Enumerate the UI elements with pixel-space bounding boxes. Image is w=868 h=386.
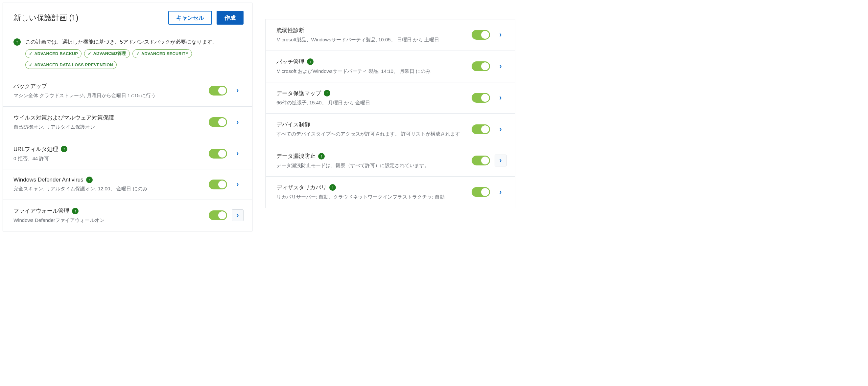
advanced-pill-row: ✓ADVANCED BACKUP ✓ADVANCED管理 ✓ADVANCED S… bbox=[25, 49, 244, 69]
toggle-switch[interactable] bbox=[472, 125, 490, 134]
feature-title: データ保護マップ↑ bbox=[276, 90, 467, 97]
advanced-icon: ↑ bbox=[329, 184, 336, 191]
feature-main: 脆弱性診断Microsoft製品、Windowsサードパーティ製品, 10:05… bbox=[276, 27, 467, 43]
feature-description: リカバリサーバー: 自動、クラウドネットワークインフラストラクチャ: 自動 bbox=[276, 193, 467, 201]
expand-chevron-icon[interactable]: › bbox=[495, 92, 506, 104]
feature-item: 脆弱性診断Microsoft製品、Windowsサードパーティ製品, 10:05… bbox=[266, 20, 515, 50]
feature-title: パッチ管理↑ bbox=[276, 58, 467, 66]
feature-main: データ保護マップ↑66件の拡張子, 15:40、 月曜日 から 金曜日 bbox=[276, 90, 467, 106]
feature-main: データ漏洩防止↑データ漏洩防止モードは、観察（すべて許可）に設定されています。 bbox=[276, 152, 467, 169]
feature-main: ウイルス対策およびマルウェア対策保護自己防御オン, リアルタイム保護オン bbox=[13, 114, 204, 131]
advanced-icon: ↑ bbox=[13, 38, 21, 46]
feature-description: マシン全体 クラウドストレージ, 月曜日から金曜日 17:15 に行う bbox=[13, 92, 204, 99]
feature-title: ウイルス対策およびマルウェア対策保護 bbox=[13, 114, 204, 121]
expand-chevron-icon[interactable]: › bbox=[232, 209, 244, 221]
feature-title: データ漏洩防止↑ bbox=[276, 152, 467, 160]
feature-item: ファイアウォール管理↑Windows Defenderファイアウォールオン› bbox=[3, 200, 252, 231]
advanced-icon: ↑ bbox=[307, 59, 314, 65]
toggle-switch[interactable] bbox=[472, 93, 490, 103]
expand-chevron-icon[interactable]: › bbox=[495, 29, 506, 41]
toggle-switch[interactable] bbox=[209, 86, 227, 96]
feature-description: データ漏洩防止モードは、観察（すべて許可）に設定されています。 bbox=[276, 162, 467, 169]
create-button[interactable]: 作成 bbox=[217, 11, 244, 25]
plan-header: 新しい保護計画 (1) キャンセル 作成 bbox=[3, 3, 252, 32]
advanced-icon: ↑ bbox=[86, 177, 93, 183]
feature-description: 0 拒否、44 許可 bbox=[13, 155, 204, 162]
toggle-switch[interactable] bbox=[209, 149, 227, 159]
feature-main: Windows Defender Antivirus↑完全スキャン, リアルタイ… bbox=[13, 177, 204, 192]
feature-main: パッチ管理↑Microsoft およびWindowsサードパーティ 製品, 14… bbox=[276, 58, 467, 75]
feature-url: URLフィルタ処理↑0 拒否、44 許可› bbox=[3, 138, 252, 169]
pill-advanced-management: ✓ADVANCED管理 bbox=[84, 49, 129, 58]
expand-chevron-icon[interactable]: › bbox=[495, 154, 506, 166]
feature-description: すべてのデバイスタイプへのアクセスが許可されます。 許可リストが構成されます bbox=[276, 130, 467, 138]
pill-advanced-security: ✓ADVANCED SECURITY bbox=[132, 49, 192, 58]
feature-item: データ保護マップ↑66件の拡張子, 15:40、 月曜日 から 金曜日› bbox=[266, 82, 515, 113]
expand-chevron-icon[interactable]: › bbox=[232, 179, 244, 190]
feature-description: Microsoft およびWindowsサードパーティ 製品, 14:10、 月… bbox=[276, 68, 467, 75]
feature-item: ディザスタリカバリ↑リカバリサーバー: 自動、クラウドネットワークインフラストラ… bbox=[266, 176, 515, 208]
expand-chevron-icon[interactable]: › bbox=[495, 124, 506, 135]
toggle-switch[interactable] bbox=[209, 210, 227, 220]
feature-windows-defender-antivirus: Windows Defender Antivirus↑完全スキャン, リアルタイ… bbox=[3, 169, 252, 200]
feature-main: デバイス制御すべてのデバイスタイプへのアクセスが許可されます。 許可リストが構成… bbox=[276, 121, 467, 138]
feature-title: URLフィルタ処理↑ bbox=[13, 145, 204, 153]
feature-main: ディザスタリカバリ↑リカバリサーバー: 自動、クラウドネットワークインフラストラ… bbox=[276, 184, 467, 201]
feature-description: 66件の拡張子, 15:40、 月曜日 から 金曜日 bbox=[276, 99, 467, 106]
feature-description: Microsoft製品、Windowsサードパーティ製品, 10:05、 日曜日… bbox=[276, 36, 467, 43]
feature-main: バックアップマシン全体 クラウドストレージ, 月曜日から金曜日 17:15 に行… bbox=[13, 82, 204, 99]
feature-item: デバイス制御すべてのデバイスタイプへのアクセスが許可されます。 許可リストが構成… bbox=[266, 113, 515, 145]
feature-title: デバイス制御 bbox=[276, 121, 467, 128]
info-text: この計画では、選択した機能に基づき、5アドバンスドパックが必要になります。 bbox=[25, 38, 244, 46]
expand-chevron-icon[interactable]: › bbox=[495, 186, 506, 198]
feature-title: 脆弱性診断 bbox=[276, 27, 467, 34]
feature-main: ファイアウォール管理↑Windows Defenderファイアウォールオン bbox=[13, 207, 204, 224]
expand-chevron-icon[interactable]: › bbox=[495, 60, 506, 72]
toggle-switch[interactable] bbox=[472, 30, 490, 40]
protection-plan-panel-left: 新しい保護計画 (1) キャンセル 作成 ↑ この計画では、選択した機能に基づき… bbox=[3, 3, 252, 232]
feature-description: 完全スキャン, リアルタイム保護オン, 12:00、 金曜日 にのみ bbox=[13, 185, 204, 192]
cancel-button[interactable]: キャンセル bbox=[168, 11, 212, 25]
toggle-switch[interactable] bbox=[209, 117, 227, 127]
protection-plan-panel-right: 脆弱性診断Microsoft製品、Windowsサードパーティ製品, 10:05… bbox=[266, 19, 515, 208]
feature-description: 自己防御オン, リアルタイム保護オン bbox=[13, 124, 204, 131]
feature-item: パッチ管理↑Microsoft およびWindowsサードパーティ 製品, 14… bbox=[266, 50, 515, 82]
feature-title: バックアップ bbox=[13, 82, 204, 90]
toggle-switch[interactable] bbox=[472, 155, 490, 166]
advanced-icon: ↑ bbox=[318, 153, 325, 160]
feature-title: ファイアウォール管理↑ bbox=[13, 207, 204, 215]
pill-advanced-backup: ✓ADVANCED BACKUP bbox=[25, 49, 82, 58]
feature-item: データ漏洩防止↑データ漏洩防止モードは、観察（すべて許可）に設定されています。› bbox=[266, 145, 515, 176]
toggle-switch[interactable] bbox=[209, 180, 227, 189]
feature-title: ディザスタリカバリ↑ bbox=[276, 184, 467, 191]
expand-chevron-icon[interactable]: › bbox=[232, 148, 244, 160]
expand-chevron-icon[interactable]: › bbox=[232, 85, 244, 97]
page-title: 新しい保護計画 (1) bbox=[13, 13, 79, 23]
advanced-packs-info: ↑ この計画では、選択した機能に基づき、5アドバンスドパックが必要になります。 … bbox=[3, 32, 252, 75]
header-actions: キャンセル 作成 bbox=[168, 11, 244, 25]
pill-advanced-dlp: ✓ADVANCED DATA LOSS PREVENTION bbox=[25, 61, 117, 69]
toggle-switch[interactable] bbox=[472, 187, 490, 197]
feature-title: Windows Defender Antivirus↑ bbox=[13, 177, 204, 183]
feature-description: Windows Defenderファイアウォールオン bbox=[13, 217, 204, 224]
advanced-icon: ↑ bbox=[72, 208, 79, 214]
toggle-switch[interactable] bbox=[472, 61, 490, 71]
feature-item: ウイルス対策およびマルウェア対策保護自己防御オン, リアルタイム保護オン› bbox=[3, 106, 252, 138]
expand-chevron-icon[interactable]: › bbox=[232, 116, 244, 128]
feature-main: URLフィルタ処理↑0 拒否、44 許可 bbox=[13, 145, 204, 162]
feature-item: バックアップマシン全体 クラウドストレージ, 月曜日から金曜日 17:15 に行… bbox=[3, 75, 252, 106]
advanced-icon: ↑ bbox=[61, 146, 67, 152]
advanced-icon: ↑ bbox=[324, 90, 330, 97]
